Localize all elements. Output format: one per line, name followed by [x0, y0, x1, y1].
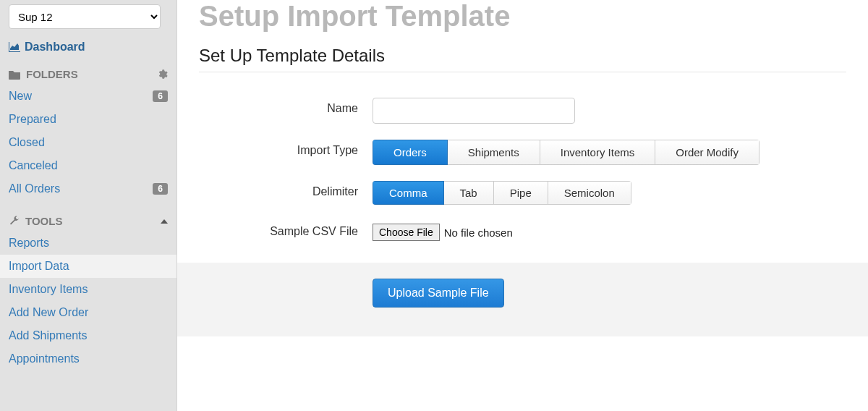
- tool-item-inventory-items[interactable]: Inventory Items: [0, 278, 176, 301]
- submit-area: Upload Sample File: [177, 263, 868, 336]
- label-name: Name: [199, 98, 373, 115]
- name-input[interactable]: [373, 98, 575, 124]
- delimiter-group: Comma Tab Pipe Semicolon: [373, 181, 631, 205]
- import-type-order-modify[interactable]: Order Modify: [655, 140, 760, 165]
- collapse-icon[interactable]: [161, 218, 168, 225]
- section-title: Set Up Template Details: [199, 46, 846, 66]
- label-import-type: Import Type: [199, 140, 373, 157]
- import-type-group: Orders Shipments Inventory Items Order M…: [373, 140, 760, 165]
- wrench-icon: [9, 216, 20, 226]
- badge: 6: [153, 183, 168, 195]
- label-delimiter: Delimiter: [199, 181, 373, 198]
- org-select[interactable]: Sup 12: [9, 4, 161, 29]
- import-type-orders[interactable]: Orders: [373, 140, 448, 165]
- dashboard-link[interactable]: Dashboard: [0, 33, 176, 64]
- dashboard-label: Dashboard: [25, 41, 85, 54]
- tool-item-appointments[interactable]: Appointments: [0, 347, 176, 370]
- tool-item-import-data[interactable]: Import Data: [0, 255, 176, 278]
- badge: 6: [153, 90, 168, 102]
- chart-area-icon: [9, 42, 20, 52]
- page-title: Setup Import Template: [199, 0, 846, 33]
- tool-item-add-shipments[interactable]: Add Shipments: [0, 324, 176, 347]
- folder-item-canceled[interactable]: Canceled: [0, 154, 176, 177]
- import-type-shipments[interactable]: Shipments: [448, 140, 540, 165]
- sidebar: Sup 12 Dashboard FOLDERS New 6: [0, 0, 177, 411]
- main-content: Setup Import Template Set Up Template De…: [177, 0, 868, 411]
- tool-item-reports[interactable]: Reports: [0, 232, 176, 255]
- folders-section-header: FOLDERS: [0, 64, 176, 85]
- upload-sample-file-button[interactable]: Upload Sample File: [373, 279, 504, 308]
- label-sample-csv: Sample CSV File: [199, 221, 373, 238]
- no-file-chosen-text: No file chosen: [444, 226, 513, 239]
- delimiter-semicolon[interactable]: Semicolon: [548, 181, 631, 205]
- tool-item-add-new-order[interactable]: Add New Order: [0, 301, 176, 324]
- folder-item-new[interactable]: New 6: [0, 85, 176, 108]
- gear-icon[interactable]: [157, 69, 168, 80]
- choose-file-button[interactable]: Choose File: [373, 224, 440, 241]
- delimiter-comma[interactable]: Comma: [373, 181, 444, 205]
- delimiter-pipe[interactable]: Pipe: [494, 181, 548, 205]
- tools-section-header: TOOLS: [0, 211, 176, 232]
- divider: [199, 72, 846, 72]
- delimiter-tab[interactable]: Tab: [444, 181, 494, 205]
- folder-item-all-orders[interactable]: All Orders 6: [0, 177, 176, 200]
- folder-icon: [9, 69, 20, 80]
- folder-item-closed[interactable]: Closed: [0, 131, 176, 154]
- folder-item-prepared[interactable]: Prepared: [0, 108, 176, 131]
- import-type-inventory-items[interactable]: Inventory Items: [540, 140, 656, 165]
